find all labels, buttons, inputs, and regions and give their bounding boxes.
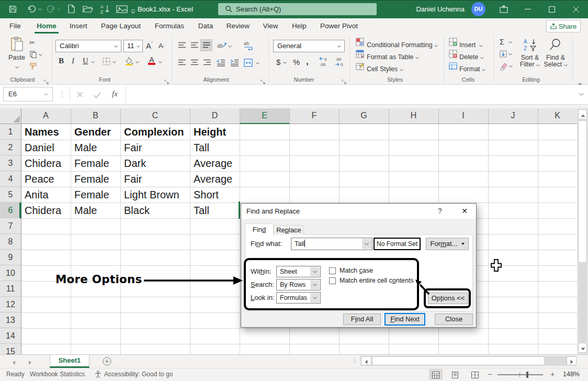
scroll-down-button[interactable]	[578, 343, 587, 353]
zoom-level[interactable]: 148%	[563, 368, 580, 381]
row-header-14[interactable]: 14	[0, 328, 21, 344]
row-header-10[interactable]: 10	[0, 265, 21, 281]
cell-C6[interactable]: Black	[124, 203, 150, 218]
cell-D6[interactable]: Tall	[194, 203, 209, 218]
align-center-icon[interactable]	[190, 59, 199, 69]
decrease-decimal-icon[interactable]: .000	[335, 57, 346, 69]
formula-input[interactable]	[126, 85, 575, 104]
name-box-divider[interactable]: ⋮	[59, 90, 65, 98]
cell-B4[interactable]: Female	[74, 171, 109, 187]
paste-button[interactable]: Paste	[7, 37, 26, 74]
italic-button[interactable]: I	[72, 57, 74, 65]
tab-page-layout[interactable]: Page Layout	[99, 18, 142, 33]
insert-function-icon[interactable]: fx	[112, 89, 118, 98]
percent-style-icon[interactable]: %	[293, 58, 300, 66]
maximize-button[interactable]	[540, 0, 564, 18]
hscroll-left-button[interactable]	[361, 356, 371, 365]
tab-file[interactable]: File	[7, 18, 23, 33]
row-header-9[interactable]: 9	[0, 250, 21, 265]
autosum-icon[interactable]: Σ	[500, 38, 504, 46]
zoom-in-button[interactable]: +	[550, 368, 555, 381]
tab-replace[interactable]: Replace	[274, 225, 304, 235]
cell-C4[interactable]: Fair	[124, 171, 142, 187]
undo-dropdown-icon[interactable]	[38, 8, 42, 10]
name-box-dropdown-icon[interactable]	[44, 93, 48, 96]
align-bottom-button-selected[interactable]	[200, 39, 212, 51]
tab-review[interactable]: Review	[224, 18, 252, 33]
dialog-help-button[interactable]: ?	[432, 204, 448, 219]
view-page-break-icon[interactable]	[471, 371, 479, 380]
tab-bar-drag-handle[interactable]: ⋮	[352, 357, 358, 364]
cell-styles-button[interactable]: Cell Styles	[367, 65, 403, 73]
comma-style-icon[interactable]: ,	[306, 57, 309, 67]
wrap-text-icon[interactable]: ab	[244, 41, 253, 52]
align-top-icon[interactable]	[178, 42, 186, 51]
cell-D2[interactable]: Tall	[194, 140, 209, 155]
cell-D4[interactable]: Average	[194, 171, 232, 187]
font-color-icon[interactable]: A	[148, 55, 155, 65]
sheet-nav-left-icon[interactable]	[12, 358, 16, 367]
row-header-3[interactable]: 3	[0, 155, 21, 171]
cell-A4[interactable]: Peace	[25, 171, 54, 187]
row-header-13[interactable]: 13	[0, 312, 21, 328]
vertical-scroll-track[interactable]	[578, 263, 587, 342]
row-header-4[interactable]: 4	[0, 171, 21, 187]
tab-help[interactable]: Help	[287, 18, 311, 33]
bold-button[interactable]: B	[59, 57, 64, 65]
hscroll-right-button[interactable]	[567, 356, 576, 365]
format-button[interactable]: Format...	[426, 238, 469, 250]
find-next-button[interactable]: Find Next	[385, 313, 425, 326]
horizontal-scroll-track[interactable]	[545, 356, 567, 365]
borders-dropdown-icon[interactable]	[112, 61, 116, 63]
close-button[interactable]: Close	[435, 313, 473, 325]
column-header-B[interactable]: B	[71, 108, 120, 124]
column-header-D[interactable]: D	[190, 108, 240, 124]
autosum-dropdown-icon[interactable]	[508, 41, 512, 43]
horizontal-scroll-thumb[interactable]	[372, 356, 545, 365]
cell-C1[interactable]: Complexion	[124, 124, 184, 140]
copy-dropdown-icon[interactable]	[39, 53, 42, 56]
new-file-icon[interactable]	[67, 4, 75, 16]
cell-A6[interactable]: Chidera	[25, 203, 61, 218]
tab-find[interactable]: Find	[245, 223, 274, 235]
format-as-table-button[interactable]: Format as Table	[367, 53, 419, 61]
increase-indent-icon[interactable]	[230, 59, 239, 69]
clear-icon[interactable]	[500, 62, 507, 72]
row-header-8[interactable]: 8	[0, 234, 21, 250]
format-painter-icon[interactable]	[30, 63, 37, 72]
fill-down-icon[interactable]	[500, 50, 507, 60]
align-left-icon[interactable]	[178, 59, 186, 69]
redo-icon[interactable]	[46, 5, 55, 16]
find-what-combobox[interactable]: Tall	[291, 238, 372, 250]
cell-C3[interactable]: Dark	[124, 155, 146, 171]
shrink-font-icon[interactable]: Aˇ	[159, 42, 165, 50]
grow-font-icon[interactable]: Aˆ	[146, 41, 153, 50]
tab-power-pivot[interactable]: Power Pivot	[318, 18, 360, 33]
close-window-button[interactable]	[564, 0, 588, 18]
column-header-I[interactable]: I	[438, 108, 488, 124]
decrease-indent-icon[interactable]	[217, 59, 225, 69]
orientation-icon[interactable]: ab	[217, 41, 227, 52]
column-header-C[interactable]: C	[120, 108, 190, 124]
tab-home[interactable]: Home	[35, 18, 59, 33]
column-header-K[interactable]: K	[538, 108, 577, 124]
clear-dropdown-icon[interactable]	[509, 65, 513, 68]
align-middle-icon[interactable]	[190, 42, 199, 51]
cell-B6[interactable]: Male	[74, 203, 97, 218]
fill-dropdown-icon[interactable]	[508, 53, 512, 55]
sheet-tab-sheet1[interactable]: Sheet1	[50, 355, 89, 368]
undo-icon[interactable]	[27, 5, 37, 16]
cell-A1[interactable]: Names	[25, 124, 59, 140]
view-page-layout-icon[interactable]	[451, 371, 459, 380]
ribbon-display-options-icon[interactable]	[500, 5, 508, 15]
underline-button[interactable]: U	[83, 57, 88, 65]
tab-formulas[interactable]: Formulas	[150, 18, 189, 33]
accounting-format-icon[interactable]: $	[276, 58, 280, 66]
font-size-select[interactable]: 11	[123, 40, 143, 52]
cell-C5[interactable]: Light Brown	[124, 187, 179, 203]
column-header-A[interactable]: A	[21, 108, 71, 124]
cell-B3[interactable]: Female	[74, 155, 109, 171]
merge-center-icon[interactable]	[244, 59, 253, 69]
conditional-formatting-button[interactable]: Conditional Formatting	[367, 41, 438, 49]
row-header-11[interactable]: 11	[0, 281, 21, 297]
